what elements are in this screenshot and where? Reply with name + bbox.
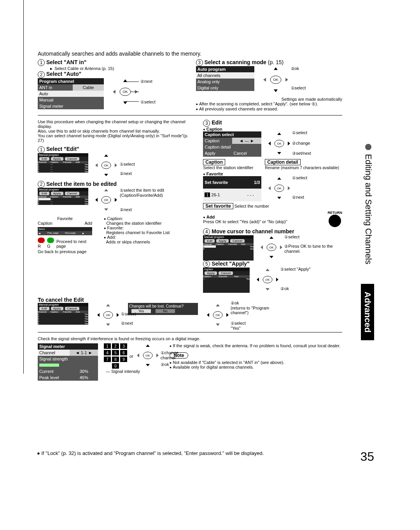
note-after-scan: After the scanning is completed, select … (196, 101, 343, 107)
svg-marker-12 (285, 78, 288, 82)
help-legend: Favorite Caption Add Select ◀ Prev. page… (38, 216, 191, 254)
manual-intro: Use this procedure when changing the cha… (38, 119, 191, 143)
manual-section: Use this procedure when changing the cha… (38, 119, 342, 293)
ok-nav-icon: OK (94, 153, 118, 177)
page-number: 35 (360, 450, 374, 464)
chapter-tab: Editing and Setting Channels (363, 144, 373, 264)
svg-marker-45 (266, 269, 270, 271)
svg-marker-16 (104, 174, 108, 176)
svg-marker-22 (104, 208, 108, 211)
cancel-row: To cancel the Edit Manual program Edit A… (38, 297, 342, 328)
ok-ctrl-item: OK ①select the item to edit (Caption/Fav… (94, 188, 118, 213)
page-content: Automatically searches and adds availabl… (23, 0, 342, 374)
auto-right-col: 3 Select a scanning mode (p. 15) Auto pr… (196, 59, 343, 111)
svg-marker-35 (268, 186, 271, 190)
ok-nav-icon: OK (256, 268, 280, 292)
ok-nav-icon: OK (136, 343, 160, 367)
auto-section: Automatically searches and adds availabl… (38, 51, 342, 111)
svg-text:OK: OK (266, 278, 270, 282)
svg-marker-64 (146, 364, 150, 366)
red-button-icon (38, 238, 45, 243)
step-1-edit: 1 Select "Edit" (38, 146, 191, 153)
svg-marker-53 (97, 313, 100, 317)
svg-marker-46 (266, 288, 270, 290)
svg-marker-41 (261, 245, 263, 249)
ok-nav-icon: OK (206, 303, 230, 327)
svg-marker-17 (95, 163, 98, 167)
step-2-select-item: 2 Select the item to be edited (38, 181, 191, 188)
ok-nav-icon: OK (262, 66, 289, 93)
svg-marker-2 (113, 90, 116, 94)
ok-control-diagram-2: OK ②ok ①select (262, 66, 289, 94)
ok-nav-icon: OK (112, 78, 139, 105)
ok-nav-icon: OK (267, 131, 291, 156)
caption-select-menu: Caption select Caption◄ --- ► Caption de… (203, 131, 261, 157)
svg-marker-29 (268, 142, 271, 145)
step-3-edit: 3 Edit (203, 119, 342, 126)
ok-nav-icon: OK (259, 235, 284, 259)
step-4-move: 4 Move cursor to channel number (203, 228, 342, 235)
svg-marker-34 (277, 197, 281, 199)
footer-note: ● If "Lock" (p. 32) is activated and "Pr… (37, 450, 332, 456)
ok-nav-icon: OK (96, 303, 120, 327)
note-erased: All previously saved channels are erased… (196, 107, 343, 111)
svg-text:OK: OK (106, 313, 110, 317)
auto-program-menu: Auto program All channels Analog only Di… (196, 66, 254, 91)
svg-marker-33 (277, 177, 281, 180)
svg-marker-9 (274, 67, 278, 70)
svg-text:OK: OK (270, 246, 274, 249)
svg-marker-63 (146, 345, 150, 347)
auto-intro: Automatically searches and adds availabl… (38, 51, 342, 57)
svg-marker-15 (104, 154, 108, 157)
svg-text:OK: OK (104, 164, 108, 167)
svg-text:OK: OK (215, 313, 220, 317)
manual-program-mini: Manual program Edit Apply Cancel Channel… (38, 153, 88, 173)
svg-marker-39 (270, 236, 273, 239)
cancel-mini: Manual program Edit Apply Cancel Channel… (38, 303, 88, 325)
note-auto-set: Settings are made automatically (196, 97, 343, 101)
svg-text:OK: OK (122, 90, 128, 94)
numeric-keypad-icon: 123 456 789 0 (104, 343, 127, 369)
svg-marker-27 (277, 133, 281, 135)
svg-text:OK: OK (277, 142, 282, 145)
signal-section: Check the signal strength if interferenc… (38, 336, 342, 374)
nav-bar-legend: Select ◀ Prev. page Next page ▶ (38, 227, 92, 235)
svg-marker-11 (263, 78, 266, 82)
program-channel-menu: Program channel ANT inCable Auto Manual … (38, 78, 104, 109)
manual-program-mini-2: Manual program Edit Apply Cancel Channel… (38, 188, 88, 205)
svg-marker-42 (280, 245, 282, 249)
signal-meter-menu: Signal meter Channel◄ 1-1 ► Signal stren… (38, 343, 98, 381)
svg-marker-65 (137, 353, 139, 357)
svg-marker-40 (270, 256, 273, 258)
svg-text:OK: OK (277, 187, 282, 190)
svg-marker-24 (115, 198, 117, 202)
svg-marker-51 (106, 304, 110, 306)
manual-left: Use this procedure when changing the cha… (38, 119, 191, 293)
svg-marker-23 (95, 198, 98, 202)
return-button-icon (329, 215, 341, 227)
svg-text:OK: OK (145, 354, 150, 357)
svg-marker-36 (288, 186, 290, 190)
auto-left-col: 1 Select "ANT in" Select Cable or Antenn… (38, 59, 184, 111)
section-tab: Advanced (361, 284, 374, 340)
ok-control-diagram: OK ②next ①select (112, 78, 139, 107)
edit-right: 3 Edit Caption Caption select Caption◄ -… (203, 119, 342, 293)
step-3-scan: 3 Select a scanning mode (p. 15) (196, 59, 343, 66)
confirm-dialog: Changes will be lost. Continue? YesNo (128, 303, 198, 315)
step-2-auto: 2 Select "Auto" (38, 71, 184, 78)
ok-nav-icon: OK (94, 188, 118, 212)
step-1-action: Select Cable or Antenna (p. 15) (49, 66, 184, 71)
apply-mini: rogram Apply Cancel CaptionFavoriteAdd -… (203, 268, 250, 293)
svg-marker-58 (216, 324, 220, 326)
svg-marker-57 (216, 304, 220, 306)
svg-marker-66 (156, 353, 159, 357)
set-favorite-menu: Set favorite1/3 1 26-1- - - (203, 176, 261, 201)
step-1-ant: 1 Select "ANT in" (38, 59, 184, 66)
svg-text:OK: OK (104, 198, 108, 202)
svg-marker-18 (115, 163, 117, 167)
ok-nav-icon: OK (267, 176, 291, 200)
chapter-dot-icon (365, 144, 371, 150)
svg-marker-48 (276, 278, 278, 282)
svg-marker-59 (207, 313, 209, 317)
svg-marker-10 (274, 89, 278, 92)
